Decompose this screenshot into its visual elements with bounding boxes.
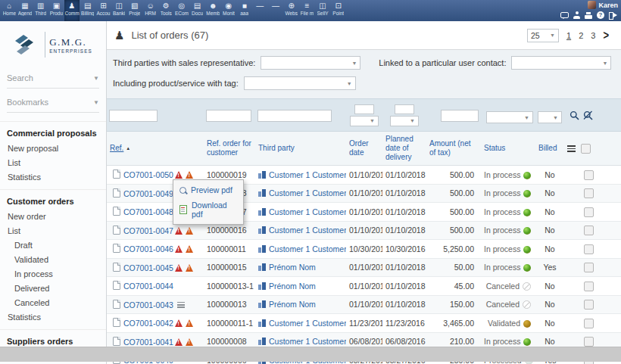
order-ref-link[interactable]: CO7001-0047 [123, 226, 173, 235]
col-header-customer-ref[interactable]: Ref. order for customer [204, 132, 255, 166]
sidebar-item-statistics[interactable]: Statistics [0, 170, 106, 184]
menu-agend[interactable]: ▦Agend [17, 0, 33, 21]
menu-module[interactable]: — [252, 0, 268, 21]
order-ref-link[interactable]: CO7001-0045 [123, 263, 173, 272]
menu-ecom[interactable]: ◎ECom [174, 0, 190, 21]
col-header-status[interactable]: Status [481, 132, 535, 166]
row-checkbox[interactable] [584, 263, 594, 272]
third-party-link[interactable]: Customer 1 Customer last [269, 170, 346, 179]
third-party-link[interactable]: Customer 1 Customer last [269, 226, 346, 235]
sidebar-item-in-process[interactable]: In process [0, 266, 106, 281]
third-party-link[interactable]: Prénom Nom [269, 263, 316, 272]
next-page-button[interactable]: > [603, 29, 609, 42]
menu-hrm[interactable]: ☺HRM [142, 0, 158, 21]
sidebar-item-canceled[interactable]: Canceled [0, 295, 106, 310]
page-link-2[interactable]: 2 [579, 31, 583, 40]
menu-proje[interactable]: ▧Proje [127, 0, 143, 21]
order-ref-link[interactable]: CO7001-0042 [123, 319, 173, 328]
user-card-icon[interactable] [573, 11, 580, 19]
help-icon[interactable]: ? [597, 11, 604, 19]
menu-memb[interactable]: ☻Memb [205, 0, 221, 21]
order-date-input[interactable] [354, 104, 374, 114]
sidebar-item-list[interactable]: List [0, 223, 106, 238]
sidebar-item-statistics[interactable]: Statistics [0, 310, 106, 324]
row-checkbox[interactable] [584, 226, 594, 235]
menu-third[interactable]: ▥Third [33, 0, 48, 21]
sidebar-item-new-order[interactable]: New order [0, 209, 106, 223]
product-tag-select[interactable]: ▼ [244, 76, 356, 90]
user-menu[interactable]: Karen [588, 1, 618, 9]
row-checkbox[interactable] [584, 282, 594, 291]
menu-aaa[interactable]: ■aaa [236, 0, 252, 21]
ref-search-input[interactable] [109, 110, 158, 122]
third-party-link[interactable]: Customer 1 Customer last [269, 319, 346, 328]
order-ref-link[interactable]: CO7001-0048 [123, 207, 173, 216]
col-header-delivery-date[interactable]: Planned date of delivery [382, 132, 426, 166]
sales-rep-select[interactable]: ▼ [261, 56, 360, 70]
third-party-link[interactable]: Customer 1 Customer last [269, 188, 346, 198]
row-checkbox[interactable] [584, 207, 594, 217]
column-selector-icon[interactable] [567, 145, 576, 152]
col-header-order-date[interactable]: Order date [346, 132, 382, 166]
sidebar-item-list[interactable]: List [0, 155, 106, 170]
menu-file-m[interactable]: ≡File m [299, 0, 315, 21]
popup-item-download-pdf[interactable]: Download pdf [173, 198, 243, 222]
pdf-links-icon[interactable] [177, 302, 185, 308]
sidebar-item-delivered[interactable]: Delivered [0, 281, 106, 295]
bookmarks-section-toggle[interactable]: Bookmarks ▼ [7, 98, 99, 113]
row-checkbox[interactable] [584, 300, 594, 310]
print-icon[interactable] [585, 12, 592, 19]
row-checkbox[interactable] [584, 319, 594, 328]
order-ref-link[interactable]: CO7001-0046 [123, 244, 173, 254]
select-all-checkbox[interactable] [581, 144, 591, 154]
sidebar-item-draft[interactable]: Draft [0, 238, 106, 252]
order-ref-link[interactable]: CO7001-0041 [123, 338, 173, 347]
third-party-link[interactable]: Prénom Nom [269, 282, 316, 291]
status-filter-select[interactable]: ▼ [486, 111, 533, 123]
menu-selly[interactable]: ◫SellY [315, 0, 331, 21]
logout-icon[interactable] [609, 12, 617, 19]
menu-produ[interactable]: ▣Produ [48, 0, 64, 21]
menu-accou[interactable]: ⊞Accou [95, 0, 111, 21]
order-ref-link[interactable]: CO7001-0044 [123, 282, 173, 291]
delivery-date-select[interactable]: ▼ [390, 116, 419, 126]
order-ref-link[interactable]: CO7001-0043 [123, 300, 173, 310]
menu-billing[interactable]: ▤Billing [80, 0, 95, 21]
menu-comm[interactable]: ♟Comm [64, 0, 80, 21]
row-checkbox[interactable] [584, 170, 594, 180]
user-avatar[interactable] [588, 1, 596, 9]
menu-monit[interactable]: ◉Monit [221, 0, 237, 21]
page-link-3[interactable]: 3 [591, 31, 595, 40]
amount-search-input[interactable] [441, 110, 479, 122]
col-header-billed[interactable]: Billed [535, 132, 564, 166]
user-name[interactable]: Karen [598, 2, 618, 9]
order-ref-link[interactable]: CO7001-0049 [123, 189, 173, 198]
messages-icon[interactable] [560, 12, 569, 18]
menu-point[interactable]: ⊡Point [330, 0, 346, 21]
row-checkbox[interactable] [584, 244, 594, 254]
order-ref-link[interactable]: CO7001-0050 [123, 170, 173, 179]
customer-ref-search-input[interactable] [206, 110, 251, 122]
third-party-search-input[interactable] [257, 110, 332, 122]
menu-module[interactable]: — [268, 0, 284, 21]
col-header-amount[interactable]: Amount (net of tax) [426, 132, 481, 166]
col-header-ref[interactable]: Ref.▲ [107, 132, 204, 166]
menu-banki[interactable]: ◫Banki [111, 0, 127, 21]
row-checkbox[interactable] [584, 188, 594, 198]
popup-item-preview-pdf[interactable]: Preview pdf [173, 182, 243, 198]
third-party-link[interactable]: Customer 1 Customer last [269, 244, 346, 254]
delivery-date-input[interactable] [395, 104, 414, 114]
third-party-link[interactable]: Customer 1 Customer last [269, 337, 346, 346]
sidebar-item-new-proposal[interactable]: New proposal [0, 141, 106, 155]
menu-home[interactable]: ⌂Home [2, 0, 17, 21]
page-size-select[interactable]: 25 ▼ [527, 29, 559, 42]
user-contact-select[interactable]: ▼ [511, 56, 611, 70]
menu-webs[interactable]: ⊕Webs [283, 0, 299, 21]
row-checkbox[interactable] [584, 337, 594, 347]
third-party-link[interactable]: Prénom Nom [269, 300, 316, 309]
page-link-1[interactable]: 1 [566, 31, 571, 40]
menu-tools[interactable]: ⚙Tools [158, 0, 174, 21]
order-date-select[interactable]: ▼ [350, 116, 379, 126]
search-icon[interactable] [570, 110, 579, 120]
sidebar-item-validated[interactable]: Validated [0, 252, 106, 266]
